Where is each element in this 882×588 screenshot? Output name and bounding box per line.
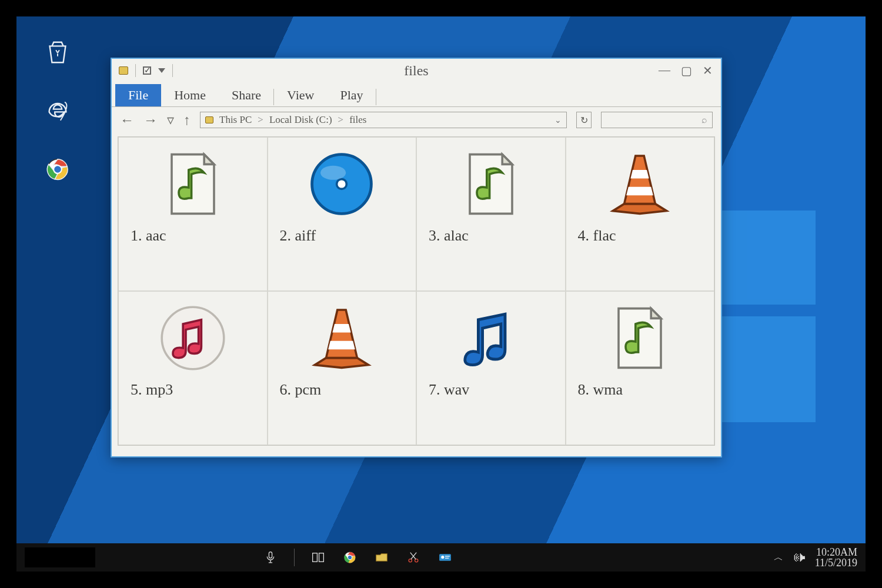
svg-point-3 (337, 179, 347, 189)
taskbar-mic-icon[interactable] (262, 549, 279, 566)
taskbar-folder-icon[interactable] (373, 549, 390, 566)
svg-point-10 (348, 555, 352, 559)
blue-disc-icon (303, 146, 380, 222)
taskbar[interactable]: ︿ 🕪 10:20AM 11/5/2019 (16, 543, 866, 572)
svg-point-1 (54, 165, 61, 173)
vlc-cone-icon (303, 300, 380, 376)
titlebar[interactable]: files — ▢ ✕ (112, 59, 721, 82)
taskbar-snip-icon[interactable] (405, 549, 422, 566)
minimize-button[interactable]: — (659, 64, 670, 78)
file-label: 2. aiff (272, 227, 316, 245)
desktop[interactable]: files — ▢ ✕ FileHomeShareViewPlay ← → ▿ … (16, 16, 866, 572)
music-page-icon (602, 300, 678, 376)
file-item[interactable]: 1. aac (118, 137, 268, 291)
svg-rect-13 (439, 554, 451, 560)
tab-share[interactable]: Share (219, 84, 274, 106)
svg-point-14 (441, 556, 444, 559)
clock[interactable]: 10:20AM 11/5/2019 (815, 547, 857, 568)
music-page-icon (155, 146, 231, 222)
taskbar-contact-icon[interactable] (437, 549, 453, 566)
file-item[interactable]: 6. pcm (268, 291, 417, 445)
blue-note-icon (453, 300, 529, 376)
search-icon: ⌕ (701, 115, 707, 125)
qat-dropdown-icon[interactable] (158, 68, 165, 73)
file-label: 5. mp3 (122, 381, 173, 399)
file-item[interactable]: 8. wma (566, 291, 715, 445)
address-dropdown-icon[interactable]: ⌄ (554, 115, 562, 125)
refresh-button[interactable]: ↻ (576, 112, 592, 128)
taskbar-separator (294, 549, 295, 566)
internet-explorer-icon[interactable] (40, 93, 75, 128)
taskbar-chrome-icon[interactable] (342, 549, 358, 566)
file-label: 3. alac (420, 227, 469, 245)
tab-file[interactable]: File (115, 84, 161, 106)
svg-point-12 (415, 559, 417, 562)
tab-home[interactable]: Home (161, 84, 219, 106)
qat-properties-icon[interactable] (143, 66, 151, 75)
qat-folder-icon[interactable] (119, 66, 128, 75)
file-item[interactable]: 4. flac (566, 137, 715, 291)
close-button[interactable]: ✕ (703, 64, 713, 78)
svg-rect-6 (269, 552, 272, 558)
search-input[interactable]: ⌕ (601, 112, 713, 128)
clock-time: 10:20AM (815, 547, 857, 557)
ribbon-tabs: FileHomeShareViewPlay (112, 82, 721, 107)
nav-recent-dropdown[interactable]: ▿ (167, 112, 174, 128)
music-page-icon (453, 146, 529, 222)
file-label: 8. wma (570, 381, 623, 399)
volume-icon[interactable]: 🕪 (793, 550, 806, 565)
nav-up-button[interactable]: ↑ (183, 112, 191, 128)
crumb-separator: > (338, 114, 344, 126)
itunes-icon (155, 300, 231, 376)
file-item[interactable]: 3. alac (416, 137, 566, 291)
nav-row: ← → ▿ ↑ This PC>Local Disk (C:)>files⌄ ↻… (112, 107, 721, 133)
nav-forward-button[interactable]: → (143, 112, 158, 128)
vlc-cone-icon (602, 146, 678, 222)
svg-point-11 (409, 559, 412, 562)
file-item[interactable]: 2. aiff (268, 137, 417, 291)
clock-date: 11/5/2019 (815, 557, 857, 568)
crumb-separator: > (258, 114, 263, 126)
folder-icon (205, 116, 213, 123)
tab-view[interactable]: View (274, 84, 327, 106)
tray-chevron-icon[interactable]: ︿ (774, 552, 783, 564)
svg-rect-7 (312, 553, 317, 562)
start-area[interactable] (25, 547, 95, 567)
breadcrumb[interactable]: Local Disk (C:) (269, 114, 332, 126)
svg-point-4 (320, 166, 346, 180)
file-label: 4. flac (570, 227, 616, 245)
file-label: 7. wav (420, 381, 469, 399)
taskbar-task-view-icon[interactable] (310, 549, 326, 566)
nav-back-button[interactable]: ← (120, 112, 134, 128)
tab-play[interactable]: Play (327, 84, 376, 106)
file-label: 6. pcm (272, 381, 322, 399)
breadcrumb[interactable]: This PC (219, 114, 252, 126)
breadcrumb[interactable]: files (349, 114, 366, 126)
svg-rect-15 (445, 556, 450, 556)
window-title: files (112, 63, 721, 79)
maximize-button[interactable]: ▢ (681, 64, 692, 78)
file-item[interactable]: 7. wav (416, 291, 566, 445)
svg-rect-8 (319, 553, 323, 562)
recycle-bin-icon[interactable] (40, 34, 75, 69)
file-item[interactable]: 5. mp3 (118, 291, 268, 445)
address-bar[interactable]: This PC>Local Disk (C:)>files⌄ (200, 112, 567, 128)
file-label: 1. aac (122, 227, 166, 245)
explorer-window: files — ▢ ✕ FileHomeShareViewPlay ← → ▿ … (111, 58, 722, 457)
chrome-icon[interactable] (40, 152, 75, 187)
svg-point-5 (162, 307, 224, 369)
qat-separator (135, 64, 136, 77)
file-grid: 1. aac2. aiff3. alac4. flac5. mp36. pcm7… (118, 136, 715, 446)
svg-rect-16 (445, 558, 449, 559)
qat-separator (172, 64, 173, 77)
